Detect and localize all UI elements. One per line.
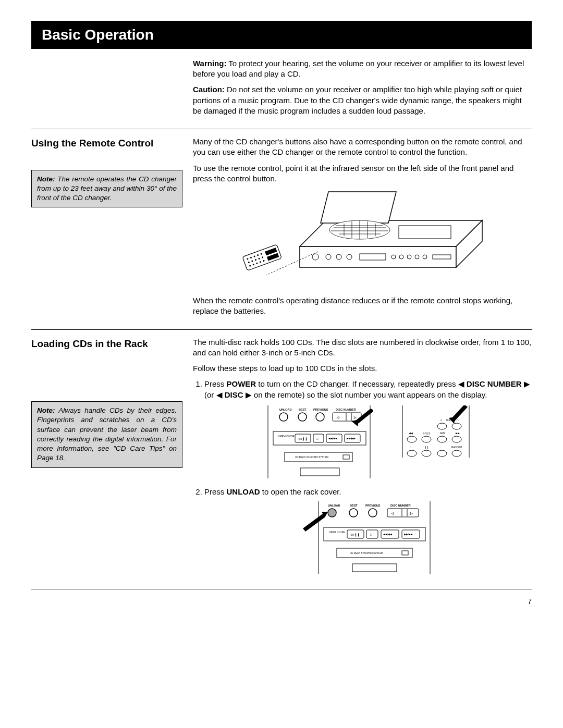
svg-point-109 [349,509,358,517]
svg-rect-130 [402,551,408,555]
svg-point-53 [316,413,324,421]
svg-text:UNLOAD: UNLOAD [279,408,292,411]
loading-heading: Loading CDs in the Rack [31,337,182,351]
svg-text:◀◀/◀◀: ◀◀/◀◀ [383,533,392,536]
page-title: Basic Operation [31,21,532,49]
svg-text:DISC: DISC [446,419,452,422]
svg-marker-0 [300,220,482,246]
step-1: Press POWER to turn on the CD changer. I… [204,379,532,478]
svg-text:OPEN/
CLOSE: OPEN/ CLOSE [329,531,345,534]
warning-paragraph: Warning: To protect your hearing, set th… [193,58,532,80]
svg-text:RANDOM: RANDOM [451,446,462,449]
front-panel-illustration-1: UNLOAD BEST PREVIOUS DISC NUMBER ◁ ▷ [264,405,373,478]
svg-point-20 [391,255,396,259]
svg-rect-19 [360,254,386,260]
svg-text:CD DECK SYNCHRO SYSTEM: CD DECK SYNCHRO SYSTEM [350,552,383,554]
svg-point-17 [336,254,341,260]
svg-text:CD DECK SYNCHRO SYSTEM: CD DECK SYNCHRO SYSTEM [295,456,328,459]
remote-p3: When the remote control's operating dist… [193,295,532,317]
svg-text:□: □ [410,446,411,449]
loading-p1: The multi-disc rack holds 100 CDs. The d… [193,337,532,359]
svg-point-51 [298,413,307,421]
svg-rect-14 [399,226,451,239]
svg-point-100 [452,450,461,456]
svg-text:▷/❙❙: ▷/❙❙ [298,437,308,441]
svg-point-84 [437,423,447,429]
remote-p2: To use the remote control, point it at t… [193,163,532,184]
footer-rule [31,589,532,589]
divider [31,129,532,129]
svg-text:PREVIOUS: PREVIOUS [365,504,381,507]
svg-text:BEST: BEST [299,408,307,411]
svg-text:BEST: BEST [350,504,358,507]
svg-text:▷: ▷ [353,416,357,419]
svg-point-24 [423,255,427,259]
svg-text:◀◀: ◀◀ [409,432,413,435]
svg-text:▷: ▷ [410,512,413,515]
svg-rect-66 [313,434,324,442]
svg-point-91 [422,436,431,442]
svg-point-85 [452,423,461,429]
svg-text:▷: ▷ [457,419,459,422]
loading-note: Note: Always handle CDs by their edges. … [31,401,182,467]
svg-point-97 [407,450,417,456]
step-2: Press UNLOAD to open the rack cover. UNL… [204,487,532,574]
svg-point-99 [437,450,447,456]
caution-paragraph: Caution: Do not set the volume on your r… [193,84,532,116]
remote-panel-illustration: ◁ DISC ▷ ◀◀ ▷/❙❙ AMS ▶▶ [399,405,472,458]
svg-point-92 [437,436,447,442]
svg-text:◀◀/◀◀: ◀◀/◀◀ [328,437,337,440]
remote-heading: Using the Remote Control [31,137,182,150]
svg-point-18 [347,254,352,260]
svg-point-98 [422,450,431,456]
svg-rect-75 [300,468,339,476]
svg-text:◁: ◁ [391,512,394,515]
svg-rect-25 [433,255,451,259]
svg-point-16 [326,254,331,260]
svg-text:◁: ◁ [440,419,442,422]
svg-text:DISC NUMBER: DISC NUMBER [390,504,411,507]
svg-text:▶▶: ▶▶ [456,432,460,435]
svg-text:AMS: AMS [440,432,445,435]
svg-text:▶▶/▶▶: ▶▶/▶▶ [347,437,356,440]
remote-p1: Many of the CD changer's buttons also ha… [193,137,532,158]
page-number: 7 [31,597,532,607]
svg-text:DISC NUMBER: DISC NUMBER [336,408,356,411]
svg-text:PREVIOUS: PREVIOUS [313,408,328,411]
svg-point-21 [399,255,403,259]
svg-text:UNLOAD: UNLOAD [328,504,340,507]
svg-point-49 [279,413,288,421]
svg-marker-3 [321,192,396,223]
svg-rect-131 [352,564,397,572]
cd-changer-illustration [237,189,487,288]
svg-rect-74 [343,455,349,459]
svg-text:▶▶/▶▶: ▶▶/▶▶ [404,533,413,536]
svg-point-23 [415,255,419,259]
loading-p2: Follow these steps to load up to 100 CDs… [193,363,532,374]
svg-text:▷/❙❙: ▷/❙❙ [350,533,360,537]
svg-point-107 [328,509,336,517]
svg-point-22 [407,255,411,259]
svg-rect-122 [366,530,378,538]
svg-point-93 [452,436,461,442]
svg-point-15 [312,254,319,260]
svg-point-90 [407,436,417,442]
svg-text:◁: ◁ [336,416,339,419]
divider [31,329,532,330]
svg-point-111 [369,509,377,517]
front-panel-illustration-2: UNLOAD BEST PREVIOUS DISC NUMBER ◁ ▷ [303,501,433,574]
svg-text:OPEN/
CLOSE: OPEN/ CLOSE [278,435,295,438]
remote-note: Note: The remote operates the CD changer… [31,170,182,208]
